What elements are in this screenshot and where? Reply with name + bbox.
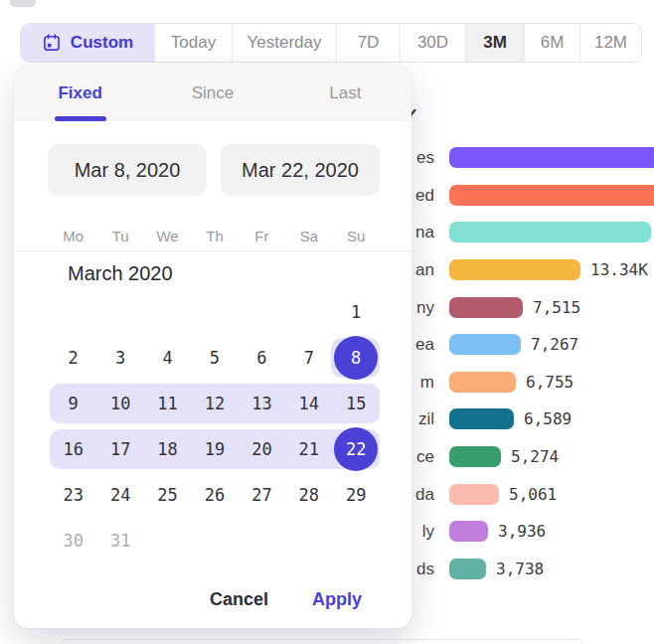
- calendar-icon: [42, 33, 62, 53]
- day-cell-10[interactable]: 10: [96, 381, 143, 426]
- chart-value-label: 3,936: [498, 521, 546, 542]
- preset-label: 30D: [417, 33, 448, 53]
- chart-bar[interactable]: [449, 372, 516, 393]
- day-cell-22[interactable]: 22: [333, 426, 380, 472]
- day-cell-empty: [333, 518, 380, 564]
- date-inputs-row: Mar 8, 2020 Mar 22, 2020: [48, 144, 380, 196]
- day-cell-13[interactable]: 13: [239, 381, 285, 426]
- day-cell-7[interactable]: 7: [285, 335, 332, 381]
- chart-bar[interactable]: [449, 259, 580, 280]
- day-cell-empty: [239, 289, 285, 335]
- chart-bar[interactable]: [449, 222, 651, 242]
- day-cell-15[interactable]: 15: [333, 381, 380, 426]
- day-number: 27: [251, 485, 271, 505]
- day-cell-2[interactable]: 2: [50, 335, 96, 381]
- day-cell-23[interactable]: 23: [50, 472, 96, 518]
- preset-button-custom[interactable]: Custom: [21, 24, 155, 62]
- day-number: 30: [63, 531, 82, 551]
- popup-tabs-header: FixedSinceLast: [14, 66, 411, 121]
- start-date-input[interactable]: Mar 8, 2020: [48, 144, 207, 196]
- day-cell-27[interactable]: 27: [239, 472, 285, 518]
- day-cell-17[interactable]: 17: [96, 426, 143, 472]
- preset-label: 7D: [358, 33, 380, 53]
- tab-since[interactable]: Since: [146, 66, 278, 121]
- preset-button-yesterday[interactable]: Yesterday: [233, 24, 337, 62]
- calendar-week-row: 3031: [50, 518, 380, 564]
- cancel-button[interactable]: Cancel: [210, 589, 268, 610]
- card-edge-below: [58, 639, 586, 644]
- end-date-input[interactable]: Mar 22, 2020: [221, 144, 380, 196]
- weekday-label: We: [144, 223, 191, 250]
- day-number: 14: [299, 394, 319, 413]
- preset-button-today[interactable]: Today: [155, 24, 233, 62]
- chart-bar[interactable]: [449, 408, 514, 429]
- day-cell-empty: [285, 289, 332, 335]
- day-cell-9[interactable]: 9: [50, 381, 96, 426]
- chart-bar[interactable]: [449, 521, 488, 542]
- day-cell-18[interactable]: 18: [144, 426, 191, 472]
- day-number: 18: [157, 439, 177, 459]
- day-number: 4: [162, 348, 172, 368]
- preset-button-12m[interactable]: 12M: [580, 24, 641, 62]
- chart-value-label: 6,755: [526, 372, 573, 393]
- day-number: 16: [63, 439, 82, 459]
- chart-bar[interactable]: [449, 559, 486, 579]
- day-cell-5[interactable]: 5: [191, 335, 238, 381]
- day-cell-28[interactable]: 28: [285, 472, 332, 518]
- day-number: 23: [63, 485, 82, 505]
- chart-category-label: da: [415, 484, 434, 505]
- day-number: 15: [346, 394, 366, 413]
- day-cell-14[interactable]: 14: [285, 381, 332, 426]
- weekday-label: Sa: [285, 223, 332, 250]
- weekday-label: Fr: [239, 223, 285, 250]
- day-cell-26[interactable]: 26: [191, 472, 238, 518]
- day-cell-30[interactable]: 30: [50, 518, 96, 564]
- day-number: 28: [299, 485, 319, 505]
- day-cell-1[interactable]: 1: [333, 289, 380, 335]
- day-cell-3[interactable]: 3: [96, 335, 143, 381]
- day-cell-31[interactable]: 31: [96, 518, 143, 564]
- day-cell-12[interactable]: 12: [191, 381, 238, 426]
- preset-button-30d[interactable]: 30D: [401, 24, 466, 62]
- calendar-week-row: 16171819202122: [50, 426, 380, 472]
- weekday-header-row: MoTuWeThFrSaSu: [50, 223, 380, 250]
- chart-category-label: zil: [418, 408, 434, 429]
- day-number: 13: [251, 394, 271, 413]
- day-cell-24[interactable]: 24: [96, 472, 143, 518]
- tab-fixed[interactable]: Fixed: [14, 66, 146, 121]
- day-number: 25: [157, 485, 177, 505]
- tab-last[interactable]: Last: [279, 66, 411, 121]
- day-cell-19[interactable]: 19: [191, 426, 238, 472]
- day-cell-20[interactable]: 20: [239, 426, 285, 472]
- chart-bar[interactable]: [449, 334, 521, 355]
- preset-label: Yesterday: [247, 33, 322, 53]
- calendar-week-row: 1: [50, 289, 380, 335]
- day-cell-21[interactable]: 21: [285, 426, 332, 472]
- day-cell-11[interactable]: 11: [144, 381, 191, 426]
- day-cell-4[interactable]: 4: [144, 335, 191, 381]
- calendar-week-row: 23242526272829: [50, 472, 380, 518]
- day-cell-29[interactable]: 29: [333, 472, 380, 518]
- day-number: 10: [110, 394, 130, 413]
- preset-button-7d[interactable]: 7D: [337, 24, 401, 62]
- chart-bar[interactable]: [449, 185, 654, 206]
- apply-button[interactable]: Apply: [312, 589, 362, 610]
- day-number: 11: [157, 394, 177, 413]
- chart-bar[interactable]: [449, 446, 501, 467]
- day-cell-25[interactable]: 25: [144, 472, 191, 518]
- chart-category-label: ds: [416, 559, 434, 579]
- chart-bar[interactable]: [449, 147, 654, 168]
- preset-label: 12M: [594, 33, 627, 53]
- preset-label: 3M: [483, 33, 507, 53]
- chart-bar[interactable]: [449, 297, 523, 318]
- chart-value-label: 7,267: [531, 334, 578, 355]
- day-cell-empty: [144, 518, 191, 564]
- preset-button-6m[interactable]: 6M: [525, 24, 580, 62]
- day-cell-8[interactable]: 8: [333, 335, 380, 381]
- chart-bar[interactable]: [449, 484, 499, 505]
- day-number: 1: [351, 302, 361, 322]
- day-cell-6[interactable]: 6: [239, 335, 285, 381]
- day-cell-empty: [191, 289, 238, 335]
- day-cell-16[interactable]: 16: [50, 426, 96, 472]
- preset-button-3m[interactable]: 3M: [466, 24, 525, 62]
